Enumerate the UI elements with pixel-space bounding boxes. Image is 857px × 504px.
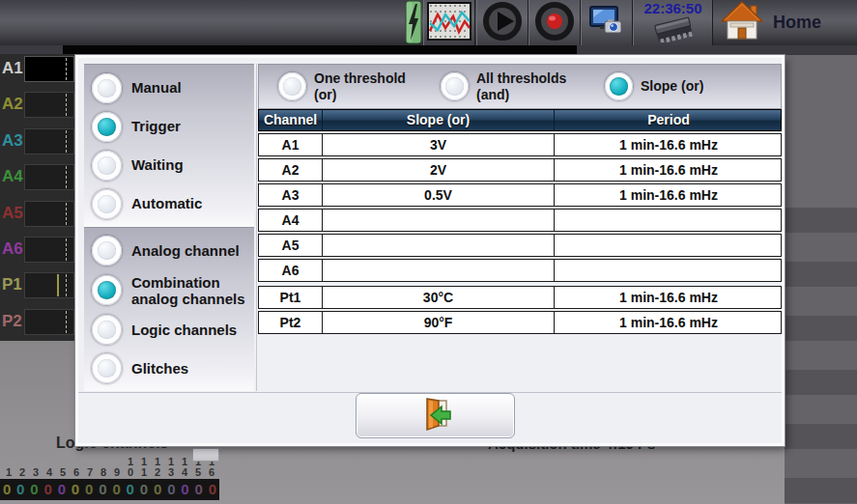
period-value-cell[interactable] xyxy=(555,260,783,281)
threshold-option-one[interactable]: One threshold (or) xyxy=(271,70,433,101)
channel-value-box[interactable] xyxy=(24,56,74,82)
slope-value-cell[interactable] xyxy=(323,260,555,281)
slope-value-cell[interactable]: 90°F xyxy=(323,312,555,333)
channel-row-a6[interactable]: A6 xyxy=(0,237,75,264)
channel-label: P2 xyxy=(2,312,22,331)
mode-option-automatic[interactable]: Automatic xyxy=(84,189,254,219)
table-row-pt2[interactable]: Pt290°F1 min-16.6 mHz xyxy=(258,311,782,334)
radio-label: Automatic xyxy=(131,195,202,211)
cursor-dashed-line xyxy=(66,130,67,153)
radio-unselected-icon[interactable] xyxy=(92,236,122,266)
channel-value-box[interactable] xyxy=(24,92,74,118)
slope-value-cell[interactable]: 2V xyxy=(323,159,555,181)
record-button[interactable] xyxy=(528,0,581,45)
source-option-combination[interactable]: Combination analog channels xyxy=(84,274,254,308)
channel-value-box[interactable] xyxy=(24,164,74,190)
radio-label: All thresholds (and) xyxy=(476,70,566,101)
logic-index-column: 13 xyxy=(164,457,178,478)
channel-value-box[interactable] xyxy=(24,237,74,263)
channel-row-p1[interactable]: P1 xyxy=(0,272,75,299)
mode-option-trigger[interactable]: Trigger xyxy=(84,112,254,142)
channel-value-box[interactable] xyxy=(24,272,74,298)
home-icon xyxy=(721,1,763,45)
table-row-a3[interactable]: A30.5V1 min-16.6 mHz xyxy=(258,183,782,207)
logic-state-digit: 0 xyxy=(96,479,109,500)
channel-name-cell: A5 xyxy=(259,235,323,256)
table-row-a5[interactable]: A5 xyxy=(258,234,782,257)
threshold-option-slope[interactable]: Slope (or) xyxy=(597,72,761,100)
slope-value-cell[interactable]: 30°C xyxy=(323,287,555,308)
radio-unselected-icon[interactable] xyxy=(278,72,306,100)
radio-unselected-icon[interactable] xyxy=(441,72,469,100)
logic-state-digit: 0 xyxy=(164,479,178,500)
logic-state-digit: 0 xyxy=(206,479,219,500)
radio-selected-icon[interactable] xyxy=(92,275,122,305)
period-value-cell[interactable] xyxy=(555,210,783,231)
channel-row-a2[interactable]: A2 xyxy=(0,92,75,119)
table-header-cell: Period xyxy=(555,110,783,130)
channel-row-p2[interactable]: P2 xyxy=(0,309,75,336)
memory-chip-button[interactable]: 22:36:50 xyxy=(633,0,713,45)
period-value-cell[interactable]: 1 min-16.6 mHz xyxy=(555,287,783,308)
channel-name-cell: A4 xyxy=(259,210,323,231)
channel-row-a3[interactable]: A3 xyxy=(0,128,75,155)
mode-option-manual[interactable]: Manual xyxy=(84,73,254,103)
slope-value-cell[interactable]: 3V xyxy=(323,134,555,155)
exit-button[interactable] xyxy=(356,393,515,438)
radio-unselected-icon[interactable] xyxy=(92,353,122,383)
memory-chip-icon xyxy=(643,15,704,46)
logic-state-digit: 0 xyxy=(82,479,96,500)
home-button[interactable]: Home xyxy=(715,0,857,45)
table-row-a6[interactable]: A6 xyxy=(258,259,782,282)
table-row-pt1[interactable]: Pt130°C1 min-16.6 mHz xyxy=(258,286,782,309)
table-row-a1[interactable]: A13V1 min-16.6 mHz xyxy=(258,133,782,156)
logic-state-digit: 0 xyxy=(69,479,82,500)
channel-value-box[interactable] xyxy=(24,201,74,227)
logic-channel-states[interactable]: 0000000000000000 xyxy=(0,479,219,500)
radio-label: Logic channels xyxy=(131,322,237,338)
period-value-cell[interactable]: 1 min-16.6 mHz xyxy=(555,184,783,206)
period-value-cell[interactable]: 1 min-16.6 mHz xyxy=(555,312,783,333)
chart-top-strip xyxy=(0,45,857,55)
source-option-logic[interactable]: Logic channels xyxy=(84,315,254,345)
slope-value-cell[interactable] xyxy=(323,210,555,231)
channel-value-box[interactable] xyxy=(24,128,74,154)
logic-index-column: 8 xyxy=(97,457,110,478)
channel-label: A6 xyxy=(2,239,23,259)
channel-row-a5[interactable]: A5 xyxy=(0,201,75,228)
logic-state-digit: 0 xyxy=(178,479,191,500)
radio-unselected-icon[interactable] xyxy=(92,315,122,345)
period-value-cell[interactable]: 1 min-16.6 mHz xyxy=(555,134,783,155)
slope-value-cell[interactable] xyxy=(323,235,555,256)
period-value-cell[interactable]: 1 min-16.6 mHz xyxy=(555,159,783,181)
cursor-dashed-line xyxy=(66,58,67,80)
slope-value-cell[interactable]: 0.5V xyxy=(323,184,555,206)
battery-icon xyxy=(405,0,422,48)
exit-door-icon xyxy=(417,397,454,435)
background-small-button[interactable] xyxy=(192,448,219,462)
channel-row-a1[interactable]: A1 xyxy=(0,56,75,83)
clock-time: 22:36:50 xyxy=(643,1,701,15)
channel-label: A2 xyxy=(2,95,23,114)
threshold-option-all[interactable]: All thresholds (and) xyxy=(433,70,597,101)
trigger-marker-line xyxy=(57,274,59,296)
period-value-cell[interactable] xyxy=(555,235,783,256)
source-option-analog[interactable]: Analog channel xyxy=(84,236,254,266)
waveform-display-button[interactable] xyxy=(423,0,475,45)
table-row-a2[interactable]: A22V1 min-16.6 mHz xyxy=(258,158,782,182)
screenshot-button[interactable] xyxy=(581,0,633,45)
play-button[interactable] xyxy=(476,0,528,45)
radio-unselected-icon[interactable] xyxy=(92,151,122,181)
radio-selected-icon[interactable] xyxy=(92,112,122,142)
channel-label: P1 xyxy=(2,275,22,294)
channel-name-cell: Pt2 xyxy=(259,312,323,333)
radio-label: Combination analog channels xyxy=(131,274,245,308)
source-option-glitches[interactable]: Glitches xyxy=(84,353,254,383)
channel-value-box[interactable] xyxy=(24,309,74,335)
table-row-a4[interactable]: A4 xyxy=(258,209,782,232)
radio-selected-icon[interactable] xyxy=(605,72,633,100)
radio-unselected-icon[interactable] xyxy=(92,189,122,219)
mode-option-waiting[interactable]: Waiting xyxy=(84,151,254,181)
radio-unselected-icon[interactable] xyxy=(92,73,122,103)
channel-row-a4[interactable]: A4 xyxy=(0,164,75,191)
